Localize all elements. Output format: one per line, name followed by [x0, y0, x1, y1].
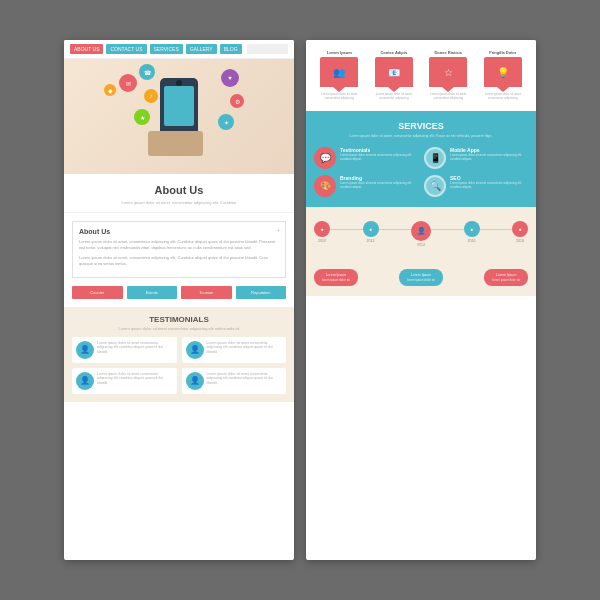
feature-4: Fringilla Dolor 💡 Lorem ipsum dolor sit … [478, 50, 529, 101]
service-desc-3: Lorem ipsum dolor sit amet consectetur a… [340, 182, 418, 190]
features-grid: Lorem Ipsum 👥 Lorem ipsum dolor sit amet… [314, 50, 528, 101]
tl-bubble-text-2: lorem ipsum dolor sit [407, 278, 435, 282]
timeline-dot-5: ● [512, 221, 528, 237]
star-icon: ☆ [444, 67, 453, 78]
tl-bubble-3: Lorem Ipsum lorem ipsum dolor sit [484, 269, 528, 286]
nav-services[interactable]: SERVICES [150, 44, 183, 54]
lightbulb-icon: 💡 [497, 67, 509, 78]
feature-desc-2: Lorem ipsum dolor sit amet consectetur a… [369, 93, 420, 101]
feature-icon-box-3: ☆ [429, 57, 467, 87]
service-name-1: Testimonials [340, 147, 418, 153]
email-icon: 📧 [388, 67, 400, 78]
bubble-8: ◆ [104, 84, 116, 96]
feature-icon-box-1: 👥 [320, 57, 358, 87]
service-seo: 🔍 SEO Lorem ipsum dolor sit amet consect… [424, 175, 528, 197]
testimonials-title: TESTIMONIALS [72, 315, 286, 324]
service-name-2: Mobile Apps [450, 147, 528, 153]
feature-label-2: Contec Adipis [369, 50, 420, 55]
service-mobile: 📱 Mobile Apps Lorem ipsum dolor sit amet… [424, 147, 528, 169]
feature-icon-box-4: 💡 [484, 57, 522, 87]
nav-bar: ABOUT US CONTACT US SERVICES GALLERY BLO… [64, 40, 294, 59]
service-desc-1: Lorem ipsum dolor sit amet consectetur a… [340, 154, 418, 162]
feature-3: Donec Risicus ☆ Lorem ipsum dolor sit am… [423, 50, 474, 101]
testimonials-icon: 💬 [314, 147, 336, 169]
tl-bubble-2: Lorem Ipsum lorem ipsum dolor sit [399, 269, 443, 286]
testimonial-text-3: Lorem ipsum dolor sit amet consectetur a… [97, 372, 173, 387]
tl-bubble-text-1: lorem ipsum dolor sit [322, 278, 350, 282]
nav-about[interactable]: ABOUT US [70, 44, 103, 54]
nav-blog[interactable]: BLOG [220, 44, 242, 54]
timeline-dot-2: ● [363, 221, 379, 237]
about-heading: About Us Lorem ipsum dolor sit amet, con… [64, 174, 294, 213]
timeline-section: ● 2010 ● 2012 👤 2014 ● 2016 [306, 207, 536, 296]
mobile-icon: 📱 [424, 147, 446, 169]
feature-desc-4: Lorem ipsum dolor sit amet consectetur a… [478, 93, 529, 101]
left-page: ABOUT US CONTACT US SERVICES GALLERY BLO… [64, 40, 294, 560]
testimonial-text-4: Lorem ipsum dolor sit amet consectetur a… [207, 372, 283, 387]
reputation-btn[interactable]: Reputation [236, 286, 287, 299]
seo-icon: 🔍 [424, 175, 446, 197]
bubble-4: ★ [134, 109, 150, 125]
testimonials-section: TESTIMONIALS Lorem ipsum dolor sit amet … [64, 307, 294, 402]
avatar-2: 👤 [186, 341, 204, 359]
bubble-5: ♥ [221, 69, 239, 87]
tourism-btn[interactable]: Tourism [181, 286, 232, 299]
main-container: ABOUT US CONTACT US SERVICES GALLERY BLO… [44, 20, 556, 580]
services-section: SERVICES Lorem ipsum dolor sit amet, con… [306, 111, 536, 207]
feature-icon-box-2: 📧 [375, 57, 413, 87]
about-box-title: About Us [79, 228, 279, 235]
service-desc-4: Lorem ipsum dolor sit amet consectetur a… [450, 182, 528, 190]
avatar-4: 👤 [186, 372, 204, 390]
timeline-bubbles: Lorem Ipsum lorem ipsum dolor sit Lorem … [314, 269, 528, 286]
services-grid: 💬 Testimonials Lorem ipsum dolor sit ame… [314, 147, 528, 197]
feature-desc-3: Lorem ipsum dolor sit amet consectetur a… [423, 93, 474, 101]
about-box: + About Us Lorem ipsum dolor sit amet, c… [72, 221, 286, 278]
about-box-para2: Lorem ipsum dolor sit amet, consectetur … [79, 255, 279, 267]
tl-bubble-label-1: Lorem Ipsum [322, 273, 350, 277]
feature-1: Lorem Ipsum 👥 Lorem ipsum dolor sit amet… [314, 50, 365, 101]
counter-row: Counter Events Tourism Reputation [64, 286, 294, 307]
about-title: About Us [64, 184, 294, 196]
bubble-6: ⚙ [230, 94, 244, 108]
feature-label-1: Lorem Ipsum [314, 50, 365, 55]
feature-2: Contec Adipis 📧 Lorem ipsum dolor sit am… [369, 50, 420, 101]
feature-label-3: Donec Risicus [423, 50, 474, 55]
tl-bubble-label-2: Lorem Ipsum [407, 273, 435, 277]
service-desc-2: Lorem ipsum dolor sit amet consectetur a… [450, 154, 528, 162]
avatar-3: 👤 [76, 372, 94, 390]
testimonial-text-1: Lorem ipsum dolor sit amet consectetur a… [97, 341, 173, 356]
testimonial-grid: 👤 Lorem ipsum dolor sit amet consectetur… [72, 337, 286, 394]
service-testimonials: 💬 Testimonials Lorem ipsum dolor sit ame… [314, 147, 418, 169]
timeline-dot-3: 👤 [411, 221, 431, 241]
nav-contact[interactable]: CONTACT US [106, 44, 146, 54]
testimonial-item: 👤 Lorem ipsum dolor sit amet consectetur… [182, 337, 287, 363]
tl-bubble-label-3: Lorem Ipsum [492, 273, 520, 277]
people-icon: 👥 [333, 67, 345, 78]
features-section: Lorem Ipsum 👥 Lorem ipsum dolor sit amet… [306, 40, 536, 111]
bubble-7: ✦ [218, 114, 234, 130]
testimonials-sub: Lorem ipsum dolor sit amet consectetur a… [72, 326, 286, 331]
bubble-1: ✉ [119, 74, 137, 92]
testimonial-item: 👤 Lorem ipsum dolor sit amet consectetur… [182, 368, 287, 394]
tl-bubble-1: Lorem Ipsum lorem ipsum dolor sit [314, 269, 358, 286]
testimonial-item: 👤 Lorem ipsum dolor sit amet consectetur… [72, 368, 177, 394]
timeline-dot-4: ● [464, 221, 480, 237]
service-name-3: Branding [340, 175, 418, 181]
nav-search-bar [247, 44, 288, 54]
branding-icon: 🎨 [314, 175, 336, 197]
counter-btn[interactable]: Counter [72, 286, 123, 299]
about-subtitle: Lorem ipsum dolor sit amet, consectetur … [64, 200, 294, 206]
testimonial-item: 👤 Lorem ipsum dolor sit amet consectetur… [72, 337, 177, 363]
service-name-4: SEO [450, 175, 528, 181]
services-sub: Lorem ipsum dolor sit amet, consectetur … [314, 134, 528, 139]
about-box-para1: Lorem ipsum dolor sit amet, consectetur … [79, 239, 279, 251]
nav-gallery[interactable]: GALLERY [186, 44, 217, 54]
plus-icon: + [276, 226, 281, 235]
service-branding: 🎨 Branding Lorem ipsum dolor sit amet co… [314, 175, 418, 197]
bubble-2: ☎ [139, 64, 155, 80]
timeline-dot-1: ● [314, 221, 330, 237]
avatar-1: 👤 [76, 341, 94, 359]
events-btn[interactable]: Events [127, 286, 178, 299]
feature-desc-1: Lorem ipsum dolor sit amet consectetur a… [314, 93, 365, 101]
feature-label-4: Fringilla Dolor [478, 50, 529, 55]
